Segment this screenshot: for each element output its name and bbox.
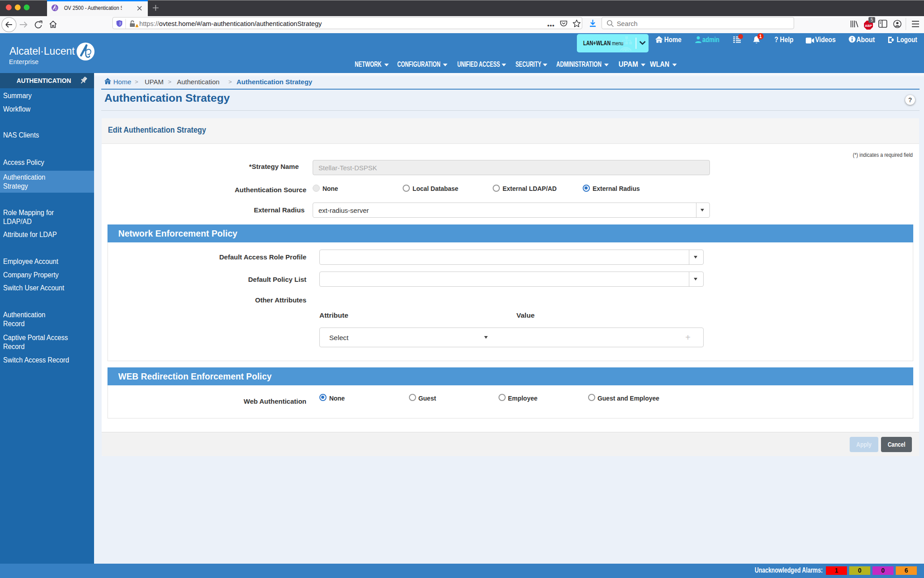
svg-text:ABP: ABP (865, 24, 872, 28)
